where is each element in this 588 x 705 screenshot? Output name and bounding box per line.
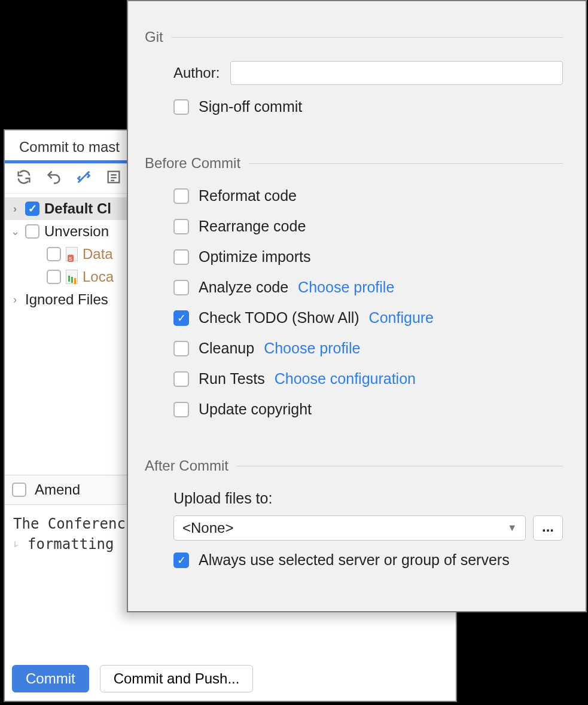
option-link[interactable]: Choose profile: [264, 340, 360, 357]
before-commit-option[interactable]: Analyze code Choose profile: [173, 279, 563, 296]
amend-label: Amend: [35, 481, 80, 498]
section-git-title: Git: [145, 29, 563, 45]
unversioned-label: Unversion: [44, 223, 109, 240]
ignored-label: Ignored Files: [25, 291, 108, 308]
section-after-title: After Commit: [145, 457, 563, 474]
changelist-icon[interactable]: [105, 169, 122, 189]
before-commit-option[interactable]: Optimize imports: [173, 248, 563, 265]
commit-options-popup: Git Author: Sign-off commit Before Commi…: [127, 0, 587, 612]
browse-button[interactable]: ...: [533, 515, 563, 541]
option-checkbox[interactable]: [173, 188, 189, 204]
file-checkbox[interactable]: [47, 247, 61, 261]
sign-off-checkbox[interactable]: [173, 99, 189, 115]
option-label: Cleanup: [199, 340, 254, 357]
option-link[interactable]: Choose profile: [298, 279, 394, 296]
file-name: Data: [83, 246, 113, 263]
unversioned-checkbox[interactable]: [25, 224, 39, 239]
sign-off-option[interactable]: Sign-off commit: [173, 98, 563, 115]
before-commit-option[interactable]: Run Tests Choose configuration: [173, 370, 563, 387]
option-label: Rearrange code: [199, 218, 306, 235]
author-row: Author:: [173, 61, 563, 85]
chevron-down-icon: ⌄: [10, 225, 20, 238]
tab-commit[interactable]: Commit to mast: [19, 139, 120, 155]
file-name: Loca: [83, 268, 114, 285]
option-label: Reformat code: [199, 187, 297, 205]
chevron-right-icon: ›: [10, 203, 20, 215]
option-checkbox[interactable]: [173, 402, 189, 417]
diff-icon[interactable]: [75, 169, 92, 189]
chevron-down-icon: ▼: [507, 523, 517, 533]
before-commit-option[interactable]: Cleanup Choose profile: [173, 340, 563, 357]
option-label: Always use selected server or group of s…: [199, 551, 510, 569]
option-checkbox[interactable]: [173, 280, 189, 295]
upload-label: Upload files to:: [173, 490, 272, 507]
option-label: Optimize imports: [199, 248, 311, 265]
option-checkbox[interactable]: [173, 341, 189, 356]
option-label: Update copyright: [199, 401, 312, 418]
changelist-label: Default Cl: [44, 200, 111, 217]
upload-label-row: Upload files to:: [173, 490, 563, 507]
author-label: Author:: [173, 65, 220, 81]
revert-icon[interactable]: [45, 169, 62, 189]
option-checkbox[interactable]: [173, 219, 189, 234]
option-label: Analyze code: [199, 279, 288, 296]
upload-target-select[interactable]: <None> ▼: [173, 515, 526, 541]
before-commit-option[interactable]: ✓Check TODO (Show All) Configure: [173, 309, 563, 326]
file-checkbox[interactable]: [47, 270, 61, 284]
chevron-right-icon: ›: [10, 294, 20, 306]
option-checkbox[interactable]: [173, 249, 189, 265]
section-before-title: Before Commit: [145, 155, 563, 172]
commit-button[interactable]: Commit: [12, 665, 89, 692]
option-label: Check TODO (Show All): [199, 309, 359, 326]
always-use-checkbox[interactable]: ✓: [173, 553, 189, 568]
refresh-icon[interactable]: [16, 169, 32, 189]
author-input[interactable]: [230, 61, 563, 85]
always-use-option[interactable]: ✓ Always use selected server or group of…: [173, 551, 563, 569]
option-checkbox[interactable]: ✓: [173, 310, 189, 326]
file-icon: [66, 270, 78, 284]
select-value: <None>: [182, 520, 233, 536]
amend-checkbox[interactable]: [12, 483, 26, 497]
before-commit-option[interactable]: Rearrange code: [173, 218, 563, 235]
commit-and-push-button[interactable]: Commit and Push...: [100, 665, 254, 692]
before-commit-option[interactable]: Reformat code: [173, 187, 563, 205]
wrap-icon: [13, 539, 24, 550]
commit-buttons: Commit Commit and Push...: [12, 665, 253, 692]
before-commit-option[interactable]: Update copyright: [173, 401, 563, 418]
option-label: Run Tests: [199, 370, 265, 387]
option-link[interactable]: Configure: [369, 309, 434, 326]
option-label: Sign-off commit: [199, 98, 302, 115]
option-link[interactable]: Choose configuration: [275, 370, 416, 387]
changelist-checkbox[interactable]: ✓: [25, 202, 39, 216]
file-icon: [66, 247, 78, 261]
upload-row: <None> ▼ ...: [173, 515, 563, 541]
option-checkbox[interactable]: [173, 371, 189, 387]
